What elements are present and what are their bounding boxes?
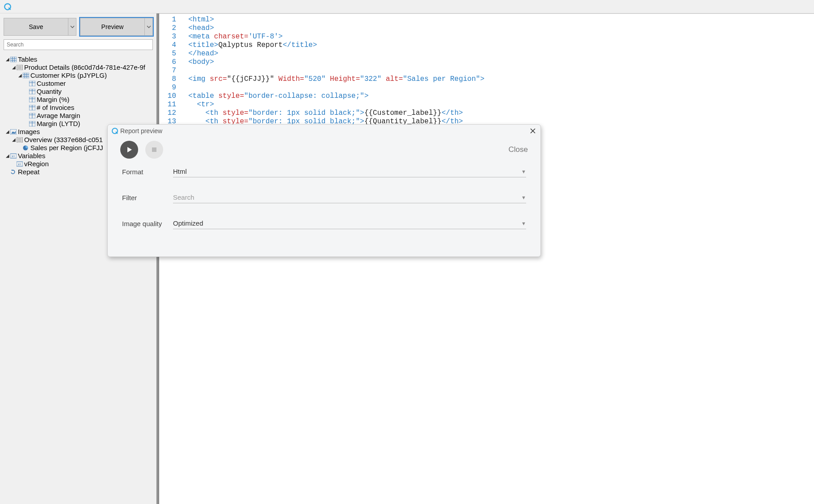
- chevron-down-icon: ◢: [5, 55, 10, 63]
- repeat-icon: [10, 169, 17, 175]
- tree-node-tables[interactable]: ◢Tables: [1, 55, 156, 63]
- chevron-down-icon: ◢: [12, 63, 16, 71]
- image-icon: [10, 129, 17, 135]
- chevron-down-icon: ◢: [5, 152, 10, 160]
- preview-dropdown[interactable]: [145, 18, 153, 36]
- chevron-down-icon: ▼: [521, 169, 526, 174]
- image-quality-select[interactable]: Optimized▼: [173, 218, 526, 229]
- tree-node-invoices[interactable]: # of Invoices: [1, 104, 156, 112]
- variable-icon: x=: [16, 161, 23, 167]
- main-layout: Save Preview ◢Tables ◢Product Details (8…: [0, 13, 814, 504]
- save-dropdown[interactable]: [68, 18, 76, 36]
- close-icon[interactable]: [529, 127, 537, 135]
- search-input[interactable]: [4, 39, 153, 50]
- tree-node-customer-kpis[interactable]: ◢Customer KPIs (pJYPLG): [1, 71, 156, 80]
- svg-marker-48: [127, 147, 132, 152]
- tree-node-product-details[interactable]: ◢Product Details (86c0d7d4-781e-427e-9f: [1, 63, 156, 71]
- sheet-icon: [16, 64, 23, 71]
- tree-label: vRegion: [24, 160, 49, 168]
- sheet-icon: [16, 137, 23, 143]
- tree-label: # of Invoices: [37, 104, 74, 112]
- tree-label: Customer KPIs (pJYPLG): [30, 71, 107, 80]
- titlebar: [0, 0, 814, 13]
- svg-text:x=: x=: [18, 163, 21, 166]
- preview-button-group: Preview: [80, 18, 153, 36]
- dialog-title: Report preview: [118, 127, 529, 134]
- variable-icon: x=: [10, 153, 17, 159]
- column-icon: [29, 121, 36, 127]
- close-button[interactable]: Close: [509, 145, 528, 154]
- save-button[interactable]: Save: [4, 18, 68, 36]
- column-icon: [29, 80, 36, 87]
- tree-label: Customer: [37, 80, 66, 88]
- stop-button: [145, 141, 163, 159]
- tree-label: Margin (LYTD): [37, 120, 80, 128]
- filter-label: Filter: [122, 194, 173, 203]
- tree-label: Repeat: [18, 168, 39, 176]
- svg-rect-1: [10, 57, 17, 62]
- tree-node-avg-margin[interactable]: Avrage Margin: [1, 112, 156, 120]
- table-icon: [10, 56, 17, 63]
- column-icon: [29, 97, 36, 103]
- tree-label: Tables: [18, 55, 37, 63]
- play-button[interactable]: [120, 141, 138, 159]
- chevron-down-icon: ◢: [5, 128, 10, 136]
- dialog-titlebar[interactable]: Report preview: [108, 125, 540, 137]
- tree-label: Margin (%): [37, 96, 69, 104]
- filter-select[interactable]: Search▼: [173, 192, 526, 203]
- tree-label: Overview (3337e68d-c051: [24, 136, 103, 144]
- save-button-group: Save: [4, 18, 76, 36]
- tree-node-margin-pct[interactable]: Margin (%): [1, 96, 156, 104]
- format-select[interactable]: Html▼: [173, 166, 526, 177]
- sidebar: Save Preview ◢Tables ◢Product Details (8…: [0, 13, 156, 504]
- svg-rect-49: [152, 147, 156, 152]
- editor-area: 12345678910111213303132 <html> <head> <m…: [156, 13, 814, 504]
- column-icon: [29, 105, 36, 111]
- tree-label: Product Details (86c0d7d4-781e-427e-9f: [24, 63, 145, 71]
- chevron-down-icon: ◢: [12, 136, 16, 144]
- svg-marker-34: [11, 131, 16, 134]
- svg-rect-10: [23, 73, 29, 78]
- pie-chart-icon: [22, 145, 30, 151]
- tree-label: Images: [18, 128, 40, 136]
- svg-text:x=: x=: [12, 155, 15, 158]
- app-logo-icon: [4, 3, 12, 11]
- preview-button[interactable]: Preview: [80, 18, 145, 36]
- report-preview-dialog: Report preview Close Format Html▼ Filter…: [107, 124, 541, 257]
- table-icon: [22, 72, 30, 79]
- code-editor[interactable]: 12345678910111213303132 <html> <head> <m…: [159, 13, 814, 504]
- sidebar-toolbar: Save Preview: [0, 13, 156, 39]
- tree-label: Sales per Region (jCFJJ: [30, 144, 103, 152]
- column-icon: [29, 88, 36, 95]
- tree-node-customer[interactable]: Customer: [1, 80, 156, 88]
- format-label: Format: [122, 168, 173, 177]
- chevron-down-icon: ▼: [521, 221, 526, 226]
- tree-label: Variables: [18, 152, 45, 160]
- chevron-down-icon: ▼: [521, 195, 526, 200]
- tree-label: Quantity: [37, 88, 62, 96]
- tree-label: Avrage Margin: [37, 112, 80, 120]
- app-logo-icon: [111, 127, 118, 134]
- tree-node-quantity[interactable]: Quantity: [1, 88, 156, 96]
- column-icon: [29, 113, 36, 119]
- chevron-down-icon: ◢: [18, 71, 22, 80]
- image-quality-label: Image quality: [122, 220, 173, 229]
